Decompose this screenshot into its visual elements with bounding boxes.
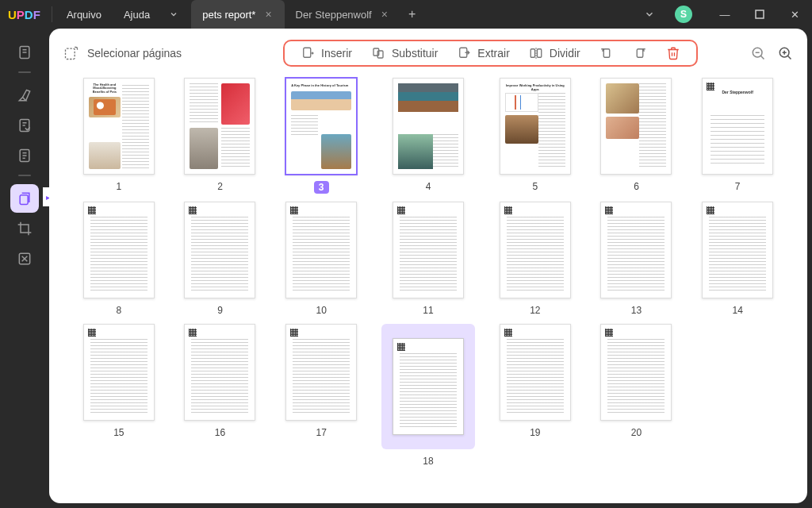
svg-rect-0 [756, 10, 764, 18]
window-maximize[interactable] [742, 0, 777, 29]
page-edit-icon [17, 117, 33, 133]
page-number: 6 [634, 181, 639, 192]
page-thumb-4[interactable]: 4 [381, 78, 475, 194]
close-icon[interactable]: × [263, 8, 273, 21]
page-number: 15 [113, 427, 124, 438]
sidebar-form[interactable] [10, 141, 39, 170]
zoom-in-button[interactable] [777, 45, 793, 61]
insert-label: Inserir [321, 47, 352, 60]
sidebar-watermark[interactable] [10, 244, 39, 273]
page-thumb-12[interactable]: 12 [494, 202, 576, 316]
page-thumb-17[interactable]: 17 [280, 324, 362, 467]
page-number: 13 [631, 305, 642, 316]
page-thumb-1[interactable]: The Health and Mood-Boosting Benefits of… [78, 78, 160, 194]
extract-label: Extrair [477, 47, 509, 60]
page-number: 3 [314, 181, 329, 194]
tab-steppenwolf[interactable]: Der Steppenwolf × [285, 0, 400, 29]
page-thumb-13[interactable]: 13 [596, 202, 678, 316]
toolbar: Selecionar páginas Inserir Substituir Ex… [49, 29, 807, 71]
page-thumb-5[interactable]: Improve Working Productivity in Using Ap… [494, 78, 576, 194]
rotate-right-icon [633, 46, 647, 60]
page-number: 2 [217, 181, 223, 192]
square-icon [755, 10, 764, 19]
rotate-right-button[interactable] [633, 46, 647, 60]
page-thumb-8[interactable]: 8 [78, 202, 160, 316]
trash-icon [666, 46, 680, 60]
page-thumb-18[interactable]: 18 [381, 324, 475, 467]
svg-rect-12 [304, 48, 311, 57]
page-thumb-19[interactable]: 19 [494, 324, 576, 467]
sidebar-organize-pages[interactable] [10, 184, 39, 213]
page-thumb-15[interactable]: 15 [78, 324, 160, 467]
select-pages-button[interactable]: Selecionar páginas [63, 45, 182, 61]
separator [18, 175, 31, 176]
app-body: ▸ Selecionar páginas Inserir Substituir [0, 29, 812, 508]
page-number: 1 [116, 181, 121, 192]
pages-stack-icon [17, 190, 33, 206]
split-icon [529, 46, 543, 60]
menu-file[interactable]: Arquivo [56, 0, 113, 29]
page-thumb-11[interactable]: 11 [381, 202, 475, 316]
page-number: 5 [532, 181, 538, 192]
titlebar: UPDF Arquivo Ajuda pets report* × Der St… [0, 0, 812, 29]
new-tab-button[interactable]: + [400, 0, 423, 29]
title-dropdown[interactable] [632, 0, 667, 29]
page-thumb-6[interactable]: 6 [596, 78, 678, 194]
page-number: 10 [316, 305, 326, 316]
avatar[interactable]: S [675, 6, 692, 23]
page-thumb-empty [696, 324, 779, 467]
title-controls: S — ✕ [632, 0, 812, 29]
insert-button[interactable]: Inserir [301, 46, 352, 60]
page-thumb-16[interactable]: 16 [179, 324, 262, 467]
page-number: 17 [316, 427, 326, 438]
sidebar-reader[interactable] [10, 38, 39, 67]
page-number: 20 [631, 427, 642, 438]
page-thumb-7[interactable]: Der Steppenwolf 7 [696, 78, 779, 194]
split-button[interactable]: Dividir [529, 46, 580, 60]
svg-line-27 [787, 56, 791, 59]
rotate-left-button[interactable] [599, 46, 614, 60]
window-close[interactable]: ✕ [777, 0, 812, 29]
page-thumb-3[interactable]: A Key Phase in the History of Tourism 3 [280, 78, 362, 194]
zoom-out-icon [750, 45, 766, 61]
replace-button[interactable]: Substituir [371, 46, 438, 60]
svg-rect-11 [66, 48, 75, 59]
chevron-down-icon [644, 9, 655, 20]
page-thumb-9[interactable]: 9 [179, 202, 262, 316]
marker-icon [17, 87, 33, 103]
page-thumb-20[interactable]: 20 [596, 324, 678, 467]
sidebar-crop[interactable] [10, 214, 39, 243]
page-thumb-14[interactable]: 14 [696, 202, 779, 316]
tab-strip: pets report* × Der Steppenwolf × + [191, 0, 632, 29]
menu-help[interactable]: Ajuda [113, 0, 161, 29]
svg-rect-19 [537, 49, 541, 58]
page-number: 11 [423, 305, 433, 316]
tab-pets-report[interactable]: pets report* × [191, 0, 284, 29]
separator [18, 71, 31, 73]
page-number: 16 [215, 427, 225, 438]
extract-button[interactable]: Extrair [457, 46, 509, 60]
rotate-left-icon [599, 46, 614, 60]
sidebar-edit[interactable] [10, 111, 39, 140]
select-pages-label: Selecionar páginas [87, 47, 182, 60]
sidebar-comment[interactable] [10, 81, 39, 110]
zoom-in-icon [777, 45, 793, 61]
delete-button[interactable] [666, 46, 680, 60]
toolbar-right [750, 45, 793, 61]
page-number: 18 [423, 456, 433, 467]
replace-label: Substituir [392, 47, 438, 60]
close-icon[interactable]: × [380, 8, 389, 21]
organize-actions-group: Inserir Substituir Extrair Dividir [283, 40, 698, 67]
page-number: 4 [426, 181, 431, 192]
page-thumb-10[interactable]: 10 [280, 202, 362, 316]
svg-line-24 [760, 56, 764, 59]
zoom-out-button[interactable] [750, 45, 766, 61]
page-number: 19 [530, 427, 540, 438]
svg-rect-18 [530, 49, 534, 58]
window-minimize[interactable]: — [707, 0, 742, 29]
page-thumb-2[interactable]: 2 [179, 78, 262, 194]
page-number: 9 [217, 305, 223, 316]
menu-dropdown[interactable] [161, 0, 186, 29]
split-label: Dividir [550, 47, 580, 60]
grid-scroll[interactable]: The Health and Mood-Boosting Benefits of… [49, 71, 807, 503]
